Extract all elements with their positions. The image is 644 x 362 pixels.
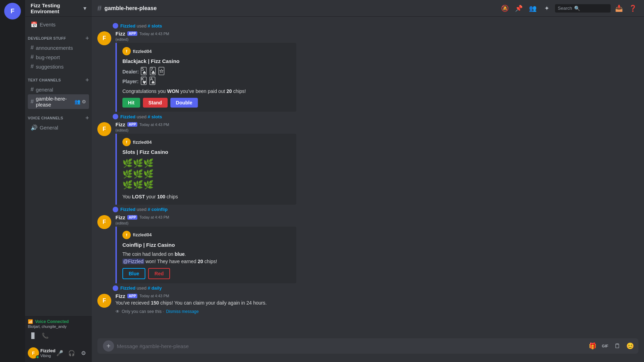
message-group-blackjack: F Fizz APP Today at 4:43 PM (edited) f f… (92, 29, 644, 113)
hit-button[interactable]: Hit (122, 98, 140, 108)
channel-item-icons: 👥 ⚙ (74, 99, 86, 104)
category-developer-stuff: Developer Stuff + (25, 30, 92, 43)
sidebar-item-bug-report[interactable]: # bug-report (28, 53, 89, 62)
topbar: # gamble-here-please 🔕 📌 👥 ✦ Search 🔍 📥 … (92, 0, 644, 17)
dealer-cards: 🂥 🃗 🃟 (140, 67, 165, 75)
slots-command-1[interactable]: # slots (148, 23, 162, 29)
hash-icon-gamble: # (31, 99, 34, 105)
hash-icon-general: # (31, 86, 34, 93)
sidebar-item-announcements[interactable]: # announcements (28, 43, 89, 52)
server-icon[interactable]: F (4, 3, 21, 19)
used-text-1: used (137, 23, 148, 29)
coinflip-chips-bold: 20 (198, 259, 203, 264)
messages-area: Fizzled used # slots F Fizz APP Today at… (92, 17, 644, 338)
add-content-button[interactable]: + (103, 340, 114, 352)
hash-icon-announcements: # (31, 45, 34, 51)
members-icon-button[interactable]: 👥 (527, 3, 538, 14)
channel-list: 📅 Events Developer Stuff + # announcemen… (25, 17, 92, 316)
add-channel-voice-icon[interactable]: + (85, 115, 89, 121)
player-cards: 🂾 🂡 (140, 77, 156, 85)
sidebar-item-general-voice[interactable]: 🔊 General (28, 123, 89, 132)
avatar-fizz-blackjack: F (97, 31, 111, 45)
members-icon[interactable]: 👥 (74, 99, 80, 104)
embed-title-blackjack: Blackjack | Fizz Casino (122, 58, 291, 64)
sidebar-item-general[interactable]: # general (28, 85, 89, 94)
help-icon-button[interactable]: ❓ (627, 3, 638, 14)
blue-button[interactable]: Blue (122, 268, 145, 279)
voice-connected-label: 📶 Voice Connected (28, 319, 89, 324)
user-settings-button[interactable]: ⚙ (78, 347, 89, 359)
pin-icon-button[interactable]: 📌 (513, 3, 524, 14)
search-bar[interactable]: Search 🔍 (555, 4, 611, 13)
embed-author-coinflip: f fizzled04 (122, 231, 291, 239)
mic-button[interactable]: 🎤 (54, 347, 65, 359)
fizzled-link-1[interactable]: Fizzled (120, 23, 135, 29)
message-header-daily: Fizz APP Today at 4:43 PM (115, 293, 638, 299)
timestamp-daily: Today at 4:43 PM (139, 294, 169, 298)
system-message-slots-2: Fizzled used # slots (92, 113, 644, 120)
timestamp-slots: Today at 4:43 PM (139, 123, 169, 127)
footer-user-info: Fizzled Vibing (40, 348, 53, 358)
mention-fizzled[interactable]: @Fizzled (122, 259, 144, 264)
voice-connected-text: Voice Connected (35, 319, 69, 324)
topbar-hash-icon: # (97, 4, 102, 13)
bell-slash-icon-button[interactable]: 🔕 (499, 3, 510, 14)
system-message-coinflip: Fizzled used # coinflip (92, 206, 644, 213)
coinflip-buttons: Blue Red (122, 268, 291, 279)
headset-button[interactable]: 🎧 (66, 347, 77, 359)
slots-command-2[interactable]: # slots (148, 114, 162, 119)
embed-title-slots: Slots | Fizz Casino (122, 149, 291, 155)
voice-bars-icon[interactable]: ▊ (28, 330, 39, 341)
fizzled-link-3[interactable]: Fizzled (120, 207, 135, 212)
main-content: # gamble-here-please 🔕 📌 👥 ✦ Search 🔍 📥 … (92, 0, 644, 362)
online-status-dot (36, 355, 39, 359)
category-developer-stuff-label[interactable]: Developer Stuff (28, 36, 66, 40)
embed-player-field: Player: 🂾 🂡 (122, 77, 291, 85)
message-content-blackjack: Fizz APP Today at 4:43 PM (edited) f fiz… (115, 31, 638, 112)
boost-icon-button[interactable]: ✦ (541, 3, 552, 14)
category-text-channels: Text Channels + (25, 71, 92, 85)
speaker-icon: 🔊 (31, 124, 38, 131)
message-group-coinflip: F Fizz APP Today at 4:43 PM (edited) f f… (92, 213, 644, 285)
stand-button[interactable]: Stand (143, 98, 168, 108)
sidebar-item-suggestions[interactable]: # suggestions (28, 62, 89, 71)
embed-dealer-field: Dealer: 🂥 🃗 🃟 (122, 67, 291, 75)
embed-result-blackjack: Congratulations you WON you've been paid… (122, 88, 291, 95)
sidebar-item-gamble-here-please[interactable]: # gamble-here-please 👥 ⚙ (28, 94, 89, 109)
dismiss-link[interactable]: Dismiss message (166, 309, 199, 314)
daily-command[interactable]: # daily (148, 285, 162, 291)
coinflip-command[interactable]: # coinflip (148, 207, 168, 212)
system-text: Fizzled used # slots (120, 23, 162, 29)
timestamp-coinflip: Today at 4:43 PM (139, 215, 169, 219)
emoji-icon-button[interactable]: 😊 (625, 340, 636, 352)
voice-action-row: ▊ 📞 (28, 330, 89, 341)
sticker-icon-button[interactable]: 🗒 (612, 340, 623, 352)
server-header[interactable]: Fizz Testing Enviroment ▾ (25, 0, 92, 17)
gift-icon-button[interactable]: 🎁 (587, 340, 598, 352)
fizzled-link-4[interactable]: Fizzled (120, 285, 135, 291)
won-bold: WON (167, 88, 179, 94)
red-button[interactable]: Red (148, 268, 170, 279)
channel-sidebar: Fizz Testing Enviroment ▾ 📅 Events Devel… (25, 0, 92, 362)
daily-chips-bold: 150 (151, 300, 159, 306)
system-message-daily: Fizzled used # daily (92, 285, 644, 292)
category-text-channels-label[interactable]: Text Channels (28, 78, 61, 82)
voice-hangup-icon[interactable]: 📞 (40, 330, 51, 341)
fizzled-link-2[interactable]: Fizzled (120, 114, 135, 119)
add-channel-developer-icon[interactable]: + (85, 35, 89, 41)
used-text-2: used (137, 114, 148, 119)
embed-slots: f fizzled04 Slots | Fizz Casino 🌿🌿🌿🌿🌿🌿🌿🌿… (115, 134, 296, 205)
category-voice-channels: Voice Channels + (25, 109, 92, 123)
footer-status: Vibing (40, 354, 53, 358)
app-badge-slots: APP (127, 122, 137, 127)
message-input[interactable] (117, 339, 584, 353)
gif-icon-button[interactable]: GIF (599, 340, 611, 352)
used-text-3: used (137, 207, 148, 212)
footer-controls: 🎤 🎧 ⚙ (54, 347, 89, 359)
settings-icon[interactable]: ⚙ (82, 99, 86, 104)
add-channel-text-icon[interactable]: + (85, 77, 89, 83)
category-voice-channels-label[interactable]: Voice Channels (28, 116, 63, 120)
double-button[interactable]: Double (170, 98, 198, 108)
sidebar-item-events[interactable]: 📅 Events (28, 20, 89, 29)
inbox-icon-button[interactable]: 📥 (613, 3, 625, 14)
